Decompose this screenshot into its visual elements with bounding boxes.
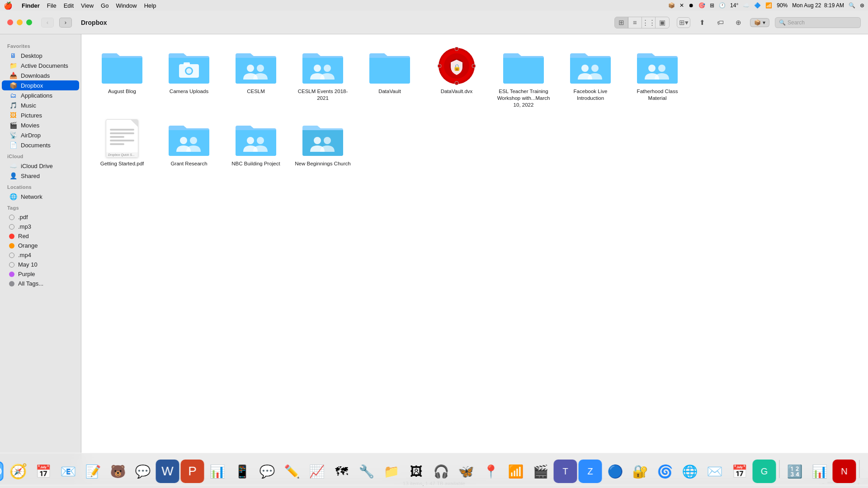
- sidebar-item-tag-orange[interactable]: Orange: [2, 241, 79, 250]
- dock-messages[interactable]: 💬: [131, 460, 155, 483]
- share-button[interactable]: ⬆: [696, 17, 708, 28]
- view-options-button[interactable]: ⊞▾: [677, 17, 690, 28]
- dock-finder[interactable]: [0, 460, 5, 483]
- dock-pages[interactable]: 📊: [206, 460, 229, 483]
- sidebar-item-pictures[interactable]: 🖼 Pictures: [2, 110, 79, 120]
- dock-fantastical[interactable]: 📅: [728, 460, 751, 483]
- sidebar-item-shared[interactable]: 👤 Shared: [2, 171, 79, 181]
- forward-button[interactable]: ›: [59, 18, 72, 28]
- dock-news[interactable]: N: [833, 460, 856, 483]
- sidebar-item-tag-purple[interactable]: Purple: [2, 269, 79, 279]
- wifi-icon[interactable]: 📶: [765, 2, 772, 9]
- sidebar-item-all-tags[interactable]: All Tags...: [2, 279, 79, 288]
- dock-zoom[interactable]: Z: [579, 460, 602, 483]
- dock-notefile[interactable]: ✏️: [280, 460, 304, 483]
- dock-photos[interactable]: 🖼: [405, 460, 428, 483]
- cloud-icon[interactable]: ☁️: [743, 2, 750, 9]
- dock-mosaic[interactable]: 🦋: [454, 460, 478, 483]
- dock-stocks[interactable]: 📈: [305, 460, 329, 483]
- dock-mail[interactable]: 📧: [57, 460, 80, 483]
- file-item-ceslm[interactable]: CESLM: [224, 43, 288, 112]
- dropbox-button[interactable]: 📦 ▾: [750, 18, 769, 27]
- file-item-ceslm-events[interactable]: CESLM Events 2018-2021: [291, 43, 354, 112]
- dock-whatsapp[interactable]: 📱: [231, 460, 254, 483]
- list-view-button[interactable]: ≡: [628, 17, 642, 28]
- dock-gmaps[interactable]: 📍: [479, 460, 503, 483]
- activity-icon[interactable]: ⊞: [710, 2, 714, 9]
- file-item-new-beginnings[interactable]: New Beginnings Church: [291, 116, 354, 171]
- sidebar-item-downloads[interactable]: 📥 Downloads: [2, 70, 79, 80]
- file-item-fatherhood[interactable]: Fatherhood Class Material: [626, 43, 689, 112]
- dock-files[interactable]: 📁: [380, 460, 403, 483]
- file-item-datavault-dvx[interactable]: 🔒 DataVault.dvx: [425, 43, 488, 112]
- file-item-camera-uploads[interactable]: Camera Uploads: [157, 43, 221, 112]
- dock-powerpoint[interactable]: P: [181, 460, 204, 483]
- file-item-datavault[interactable]: DataVault: [358, 43, 421, 112]
- file-item-getting-started[interactable]: Dropbox Quick S... Getting Started.pdf: [90, 116, 154, 171]
- dock-teams[interactable]: T: [554, 460, 577, 483]
- sidebar-item-dropbox[interactable]: 📦 Dropbox: [2, 80, 79, 90]
- dock-calendar[interactable]: 📅: [32, 460, 55, 483]
- column-view-button[interactable]: ⋮⋮: [642, 17, 656, 28]
- menubar-file[interactable]: File: [47, 2, 57, 9]
- sidebar-item-desktop[interactable]: 🖥 Desktop: [2, 51, 79, 61]
- screen-record-icon[interactable]: ⏺: [689, 2, 694, 9]
- dock-1password[interactable]: 🔐: [628, 460, 652, 483]
- grid-view-button[interactable]: ⊞: [615, 17, 628, 28]
- sidebar-item-network[interactable]: 🌐 Network: [2, 192, 79, 202]
- dock-stocks-app[interactable]: 📊: [808, 460, 831, 483]
- clock-icon[interactable]: 🕐: [719, 2, 726, 9]
- file-item-august-blog[interactable]: August Blog: [90, 43, 154, 112]
- dock-calculator[interactable]: 🔢: [783, 460, 807, 483]
- dock-maps[interactable]: 🗺: [330, 460, 354, 483]
- dock-safari[interactable]: 🧭: [7, 460, 30, 483]
- menubar-window[interactable]: Window: [116, 2, 137, 9]
- back-button[interactable]: ‹: [41, 18, 54, 28]
- dock-wifi[interactable]: 📶: [504, 460, 528, 483]
- search-menubar-icon[interactable]: 🔍: [849, 2, 855, 9]
- file-item-nbc[interactable]: NBC Building Project: [224, 116, 288, 171]
- sidebar-item-icloud[interactable]: ☁️ iCloud Drive: [2, 161, 79, 171]
- gallery-view-button[interactable]: ▣: [656, 17, 669, 28]
- sidebar-item-tag-may10[interactable]: May 10: [2, 260, 79, 269]
- dock-podcasts[interactable]: 🎧: [429, 460, 453, 483]
- dock-hazel[interactable]: 🌀: [653, 460, 677, 483]
- sidebar-item-applications[interactable]: 🗂 Applications: [2, 90, 79, 100]
- dock-trash[interactable]: 🗑: [863, 460, 868, 483]
- apple-menu[interactable]: 🍎: [4, 1, 13, 10]
- dropbox-menubar-icon[interactable]: 📦: [668, 2, 675, 9]
- focus-icon[interactable]: 🎯: [698, 2, 705, 9]
- sidebar-item-movies[interactable]: 🎬 Movies: [2, 120, 79, 130]
- menubar-finder[interactable]: Finder: [22, 2, 40, 9]
- dock-bear[interactable]: 🐻: [106, 460, 130, 483]
- sidebar-item-tag-red[interactable]: Red: [2, 231, 79, 241]
- dock-airmail[interactable]: ✉️: [703, 460, 726, 483]
- dock-notes[interactable]: 📝: [81, 460, 105, 483]
- control-center-icon[interactable]: ⊛: [860, 2, 864, 9]
- dock-word[interactable]: W: [156, 460, 179, 483]
- minimize-button[interactable]: [17, 19, 23, 25]
- close-button[interactable]: [7, 19, 13, 25]
- dock-touchretouch[interactable]: 🔧: [355, 460, 378, 483]
- menubar-go[interactable]: Go: [101, 2, 108, 9]
- sidebar-item-tag-pdf[interactable]: .pdf: [2, 212, 79, 222]
- menubar-help[interactable]: Help: [144, 2, 156, 9]
- dock-chrome[interactable]: 🌐: [678, 460, 702, 483]
- dock-messenger[interactable]: 💬: [255, 460, 279, 483]
- sidebar-item-tag-mp3[interactable]: .mp3: [2, 222, 79, 231]
- dock-zoom-video[interactable]: 🎬: [529, 460, 552, 483]
- file-item-facebook[interactable]: Facebook Live Introduction: [559, 43, 622, 112]
- sidebar-item-music[interactable]: 🎵 Music: [2, 100, 79, 110]
- sidebar-item-documents[interactable]: 📄 Documents: [2, 140, 79, 150]
- maximize-button[interactable]: [26, 19, 32, 25]
- menubar-view[interactable]: View: [81, 2, 94, 9]
- tag-button[interactable]: 🏷: [714, 17, 726, 28]
- search-box[interactable]: 🔍 Search: [775, 17, 861, 28]
- more-button[interactable]: ⊕: [732, 17, 745, 28]
- file-item-grant[interactable]: Grant Research: [157, 116, 221, 171]
- dock-skype[interactable]: 🔵: [604, 460, 627, 483]
- x-icon[interactable]: ✕: [679, 2, 684, 9]
- sidebar-item-active-docs[interactable]: 📁 Active Documents: [2, 61, 79, 70]
- file-item-esl[interactable]: ESL Teacher Training Workshop with...Mar…: [492, 43, 555, 112]
- menubar-edit[interactable]: Edit: [64, 2, 74, 9]
